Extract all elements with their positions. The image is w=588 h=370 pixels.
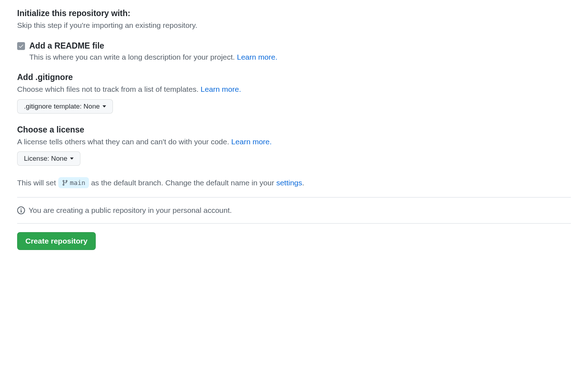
initialize-heading: Initialize this repository with: bbox=[17, 9, 571, 18]
git-branch-icon bbox=[62, 180, 68, 186]
license-heading: Choose a license bbox=[17, 125, 571, 135]
readme-checkbox[interactable] bbox=[17, 42, 25, 50]
divider bbox=[17, 223, 571, 224]
caret-down-icon bbox=[70, 158, 74, 160]
gitignore-heading: Add .gitignore bbox=[17, 72, 571, 82]
create-repository-button[interactable]: Create repository bbox=[17, 232, 96, 250]
divider bbox=[17, 197, 571, 198]
license-dropdown[interactable]: License: None bbox=[17, 151, 80, 166]
settings-link[interactable]: settings bbox=[276, 179, 302, 187]
readme-label: Add a README file bbox=[29, 41, 571, 51]
license-learn-more-link[interactable]: Learn more. bbox=[231, 138, 271, 146]
info-icon bbox=[17, 206, 25, 214]
notice-text: You are creating a public repository in … bbox=[29, 206, 232, 215]
readme-option: Add a README file This is where you can … bbox=[17, 41, 571, 63]
license-description: A license tells others what they can and… bbox=[17, 136, 571, 148]
readme-learn-more-link[interactable]: Learn more. bbox=[237, 53, 277, 61]
public-repo-notice: You are creating a public repository in … bbox=[17, 206, 571, 215]
gitignore-template-dropdown[interactable]: .gitignore template: None bbox=[17, 99, 113, 114]
default-branch-info: This will set main as the default branch… bbox=[17, 177, 571, 189]
gitignore-description: Choose which files not to track from a l… bbox=[17, 84, 571, 95]
initialize-description: Skip this step if you're importing an ex… bbox=[17, 20, 571, 31]
branch-pill: main bbox=[58, 177, 89, 188]
gitignore-learn-more-link[interactable]: Learn more. bbox=[201, 85, 241, 93]
license-dropdown-label: License: None bbox=[24, 155, 67, 162]
caret-down-icon bbox=[103, 105, 106, 108]
check-icon bbox=[18, 43, 24, 49]
gitignore-dropdown-label: .gitignore template: None bbox=[24, 102, 100, 110]
readme-description: This is where you can write a long descr… bbox=[29, 51, 571, 63]
